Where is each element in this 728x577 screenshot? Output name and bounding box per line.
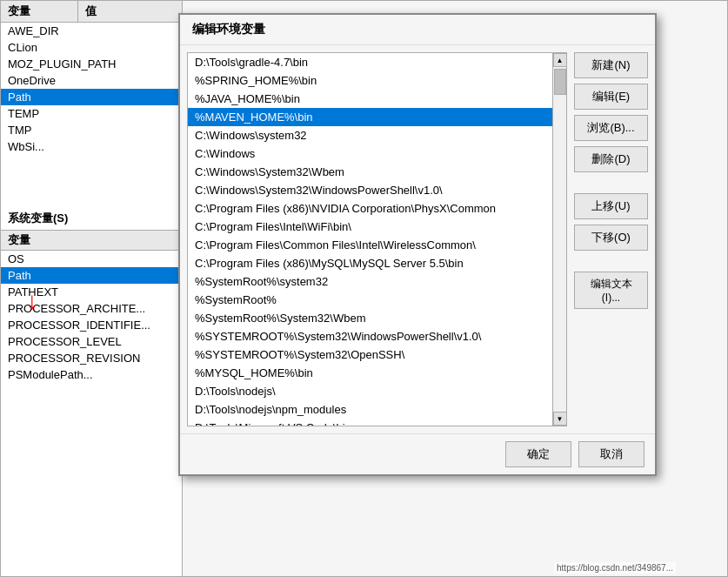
user-var-item-6[interactable]: WbSi... xyxy=(1,138,182,155)
path-list[interactable]: D:\Tools\gradle-4.7\bin %SPRING_HOME%\bi… xyxy=(188,53,566,426)
system-vars-header: 变量 xyxy=(1,231,182,250)
ok-button[interactable]: 确定 xyxy=(505,441,571,467)
user-var-item-2[interactable]: MOZ_PLUGIN_PATH xyxy=(1,56,182,72)
user-var-item-1[interactable]: CLion xyxy=(1,39,182,56)
dialog-body: D:\Tools\gradle-4.7\bin %SPRING_HOME%\bi… xyxy=(180,45,655,433)
path-item-9[interactable]: C:\Program Files\Common Files\Intel\Wire… xyxy=(188,236,566,254)
red-arrow-system: ↓ xyxy=(26,287,38,315)
path-item-3[interactable]: C:\Windows\system32 xyxy=(188,126,566,144)
edit-button[interactable]: 编辑(E) xyxy=(574,84,648,110)
path-list-container: D:\Tools\gradle-4.7\bin %SPRING_HOME%\bi… xyxy=(187,52,567,426)
user-var-item-path[interactable]: Path xyxy=(1,89,182,105)
edit-text-button[interactable]: 编辑文本(I)... xyxy=(574,272,648,309)
path-item-2[interactable]: %JAVA_HOME%\bin xyxy=(188,90,566,108)
path-item-12[interactable]: %SystemRoot% xyxy=(188,291,566,309)
path-item-18[interactable]: D:\Tools\nodejs\npm_modules xyxy=(188,400,566,419)
user-var-item-4[interactable]: TEMP xyxy=(1,105,182,122)
path-item-1[interactable]: %SPRING_HOME%\bin xyxy=(188,71,566,90)
path-item-17[interactable]: D:\Tools\nodejs\ xyxy=(188,382,566,400)
user-var-item-3[interactable]: OneDrive xyxy=(1,72,182,89)
move-down-button[interactable]: 下移(O) xyxy=(574,225,648,251)
edit-env-dialog: 编辑环境变量 D:\Tools\gradle-4.7\bin %SPRING_H… xyxy=(178,13,657,476)
sys-var-psmod[interactable]: PSModulePath... xyxy=(1,366,182,383)
user-var-item-0[interactable]: AWE_DIR xyxy=(1,23,182,39)
path-item-13[interactable]: %SystemRoot%\System32\Wbem xyxy=(188,309,566,327)
button-spacer xyxy=(574,178,648,188)
path-item-4[interactable]: C:\Windows xyxy=(188,144,566,163)
path-item-16[interactable]: %MYSQL_HOME%\bin xyxy=(188,364,566,382)
path-item-11[interactable]: %SystemRoot%\system32 xyxy=(188,272,566,291)
sys-var-os[interactable]: OS xyxy=(1,251,182,267)
path-item-7[interactable]: C:\Program Files (x86)\NVIDIA Corporatio… xyxy=(188,199,566,218)
sys-var-proc-rev[interactable]: PROCESSOR_REVISION xyxy=(1,350,182,366)
cancel-button[interactable]: 取消 xyxy=(578,441,645,467)
sys-var-proc-level[interactable]: PROCESSOR_LEVEL xyxy=(1,333,182,350)
values-header: 值 xyxy=(77,1,182,22)
scroll-down-btn[interactable]: ▼ xyxy=(553,412,567,426)
path-item-15[interactable]: %SYSTEMROOT%\System32\OpenSSH\ xyxy=(188,346,566,364)
button-spacer2 xyxy=(574,256,648,266)
scroll-up-btn[interactable]: ▲ xyxy=(553,53,567,67)
path-item-19[interactable]: D:\Tools\Microsoft VS Code\bin xyxy=(188,419,566,426)
path-item-5[interactable]: C:\Windows\System32\Wbem xyxy=(188,163,566,181)
action-buttons: 新建(N) 编辑(E) 浏览(B)... 删除(D) 上移(U) 下移(O) 编… xyxy=(574,52,648,426)
user-vars-header: 变量 xyxy=(1,1,77,22)
user-var-item-5[interactable]: TMP xyxy=(1,122,182,138)
path-item-0[interactable]: D:\Tools\gradle-4.7\bin xyxy=(188,53,566,71)
path-item-6[interactable]: C:\Windows\System32\WindowsPowerShell\v1… xyxy=(188,181,566,199)
path-item-10[interactable]: C:\Program Files (x86)\MySQL\MySQL Serve… xyxy=(188,254,566,272)
path-item-14[interactable]: %SYSTEMROOT%\System32\WindowsPowerShell\… xyxy=(188,327,566,346)
path-item-maven[interactable]: %MAVEN_HOME%\bin xyxy=(188,108,566,126)
scrollbar[interactable]: ▲ ▼ xyxy=(552,53,566,426)
new-button[interactable]: 新建(N) xyxy=(574,52,648,78)
move-up-button[interactable]: 上移(U) xyxy=(574,193,648,219)
delete-button[interactable]: 删除(D) xyxy=(574,146,648,172)
system-vars-label: 系统变量(S) xyxy=(1,207,182,230)
sys-var-path[interactable]: Path xyxy=(1,267,182,284)
browse-button[interactable]: 浏览(B)... xyxy=(574,115,648,141)
path-item-8[interactable]: C:\Program Files\Intel\WiFi\bin\ xyxy=(188,218,566,236)
watermark: https://blog.csdn.net/349867... xyxy=(554,562,676,574)
dialog-title: 编辑环境变量 xyxy=(180,15,655,45)
dialog-footer: 确定 取消 xyxy=(180,433,655,474)
scroll-thumb[interactable] xyxy=(554,69,566,95)
sys-var-proc-ident[interactable]: PROCESSOR_IDENTIFIE... xyxy=(1,317,182,333)
